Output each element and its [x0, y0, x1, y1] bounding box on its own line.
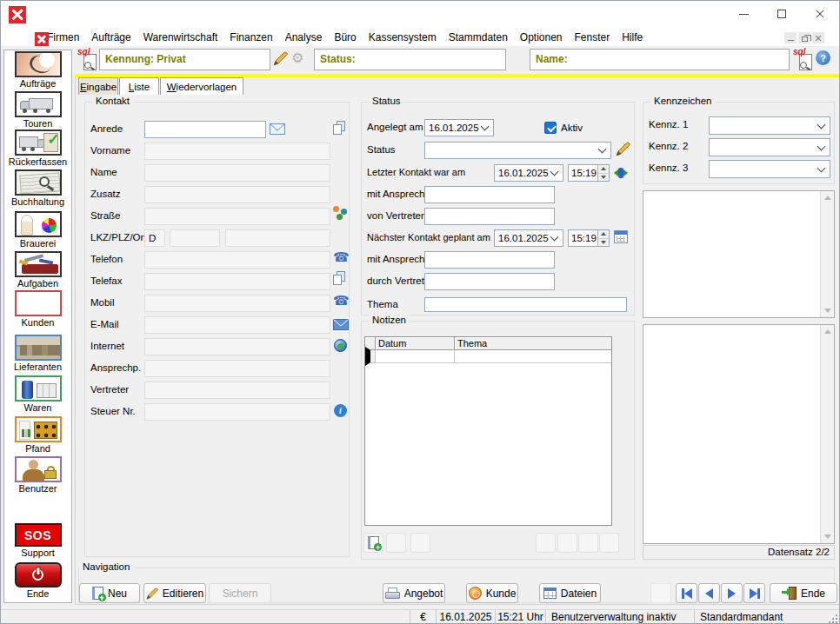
- scroll-down-icon[interactable]: [821, 304, 834, 317]
- table-row[interactable]: [365, 350, 611, 363]
- mit-ansprechpartner2-input[interactable]: [424, 251, 555, 269]
- menu-warenwirtschaft[interactable]: Warenwirtschaft: [137, 30, 224, 45]
- sidebar-item-pfand[interactable]: Pfand: [4, 416, 71, 454]
- internet-input[interactable]: [144, 338, 330, 355]
- naechster-kontakt-time-spinner[interactable]: 15:19: [568, 229, 610, 247]
- notiz-button-3[interactable]: [410, 533, 430, 553]
- kennz2-combobox[interactable]: [709, 138, 830, 156]
- dateien-button[interactable]: Dateien: [539, 583, 601, 603]
- sidebar-item-auftraege[interactable]: Aufträge: [4, 51, 71, 89]
- scrollbar[interactable]: [820, 191, 834, 317]
- status-edit-pencil-icon[interactable]: [616, 142, 630, 159]
- column-header-thema[interactable]: Thema: [455, 337, 611, 350]
- scroll-up-icon[interactable]: [821, 325, 834, 338]
- globe-icon[interactable]: [334, 339, 347, 352]
- help-icon[interactable]: ?: [816, 50, 830, 65]
- durch-vertreter-input[interactable]: [424, 273, 555, 290]
- telefax-input[interactable]: [144, 273, 330, 290]
- letzter-kontakt-date-picker[interactable]: 16.01.2025: [494, 164, 563, 182]
- anrede-input[interactable]: [144, 121, 266, 138]
- status-combobox[interactable]: [424, 142, 611, 159]
- sidebar-item-aufgaben[interactable]: Aufgaben: [4, 251, 71, 289]
- first-record-button[interactable]: [676, 583, 697, 603]
- notiz-neu-button[interactable]: [363, 533, 383, 553]
- telefon-input[interactable]: [144, 251, 330, 269]
- email-envelope-icon[interactable]: [333, 319, 349, 333]
- sidebar-item-benutzer[interactable]: Benutzer: [4, 456, 71, 494]
- strasse-input[interactable]: [144, 208, 330, 225]
- copy-icon[interactable]: [332, 121, 348, 135]
- plz-input[interactable]: [170, 229, 220, 247]
- mdi-restore-button[interactable]: [798, 32, 810, 43]
- calendar-icon[interactable]: [614, 230, 628, 243]
- sidebar-item-waren[interactable]: Waren: [4, 375, 71, 413]
- geo-map-icon[interactable]: [333, 206, 349, 220]
- kennz3-combobox[interactable]: [709, 160, 830, 178]
- tab-liste[interactable]: Liste: [119, 77, 159, 95]
- angelegt-am-date-picker[interactable]: 16.01.2025: [424, 119, 494, 136]
- kennung-search-field[interactable]: Kennung: Privat: [99, 49, 270, 70]
- neu-button[interactable]: Neu: [79, 583, 140, 603]
- mit-ansprechpartner-input[interactable]: [424, 186, 555, 203]
- angebot-button[interactable]: Angebot: [383, 583, 445, 603]
- status-search-field[interactable]: Status:: [314, 49, 506, 70]
- transfer-icon[interactable]: [614, 167, 628, 179]
- prior-record-button[interactable]: [698, 583, 720, 603]
- info-listbox[interactable]: [643, 324, 835, 544]
- mobil-input[interactable]: [144, 295, 330, 312]
- menu-buero[interactable]: Büro: [328, 30, 362, 45]
- scrollbar[interactable]: [820, 325, 834, 543]
- menu-stammdaten[interactable]: Stammdaten: [443, 30, 514, 45]
- menu-auftraege[interactable]: Aufträge: [85, 30, 137, 45]
- window-maximize-button[interactable]: [763, 1, 801, 27]
- notiz-button-2[interactable]: [386, 533, 406, 553]
- info-icon[interactable]: i: [334, 404, 347, 417]
- vorname-input[interactable]: [144, 143, 330, 160]
- sidebar-item-support[interactable]: SOS Support: [4, 523, 71, 558]
- aktiv-checkbox[interactable]: [544, 122, 557, 134]
- mdi-close-button[interactable]: [812, 32, 824, 43]
- menu-fenster[interactable]: Fenster: [569, 30, 617, 45]
- mobile-phone-icon[interactable]: ☎: [333, 294, 349, 308]
- notizen-table[interactable]: Datum Thema: [364, 336, 612, 526]
- tab-eingabe[interactable]: Eingabe: [78, 77, 118, 95]
- sidebar-item-ende[interactable]: Ende: [4, 562, 71, 599]
- ende-button[interactable]: Ende: [770, 583, 837, 603]
- sidebar-item-touren[interactable]: Touren: [4, 91, 71, 129]
- notiz-button-6[interactable]: [578, 533, 598, 553]
- naechster-kontakt-date-picker[interactable]: 16.01.2025: [494, 229, 563, 247]
- resize-grip[interactable]: [828, 614, 837, 623]
- nav-spacer-button[interactable]: [650, 583, 671, 603]
- zusatz-input[interactable]: [144, 186, 330, 203]
- mdi-minimize-button[interactable]: [784, 32, 797, 43]
- sidebar-item-kunden[interactable]: Kunden: [4, 290, 71, 328]
- sidebar-item-lieferanten[interactable]: Lieferanten: [4, 335, 71, 372]
- letzter-kontakt-time-spinner[interactable]: 15:19: [568, 164, 610, 182]
- sidebar-item-brauerei[interactable]: Brauerei: [4, 211, 71, 249]
- gear-icon[interactable]: ⚙: [291, 50, 303, 67]
- fax-copy-icon[interactable]: [332, 271, 348, 285]
- window-close-button[interactable]: [801, 1, 839, 27]
- ort-input[interactable]: [225, 229, 330, 247]
- mail-merge-icon[interactable]: [270, 123, 285, 137]
- scroll-down-icon[interactable]: [821, 530, 834, 543]
- last-record-button[interactable]: [743, 583, 765, 603]
- von-vertreter-input[interactable]: [424, 208, 555, 225]
- sql-query-icon-2[interactable]: sql: [793, 49, 812, 70]
- email-input[interactable]: [144, 316, 330, 334]
- menu-analyse[interactable]: Analyse: [279, 30, 329, 45]
- menu-finanzen[interactable]: Finanzen: [223, 30, 278, 45]
- name-search-field[interactable]: Name:: [530, 49, 790, 70]
- ansprechpartner-input[interactable]: [144, 360, 330, 377]
- menu-kassensystem[interactable]: Kassensystem: [363, 30, 443, 45]
- next-record-button[interactable]: [721, 583, 743, 603]
- menu-hilfe[interactable]: Hilfe: [616, 30, 649, 45]
- mdi-system-menu-icon[interactable]: [35, 32, 49, 46]
- notiz-button-5[interactable]: [557, 533, 577, 553]
- tab-wiedervorlagen[interactable]: Wiedervorlagen: [160, 77, 243, 95]
- kennz1-combobox[interactable]: [709, 116, 830, 135]
- column-header-datum[interactable]: Datum: [376, 337, 455, 350]
- steuernr-input[interactable]: [144, 403, 330, 421]
- sql-query-icon[interactable]: sql: [77, 49, 97, 70]
- vertreter-input[interactable]: [144, 382, 330, 399]
